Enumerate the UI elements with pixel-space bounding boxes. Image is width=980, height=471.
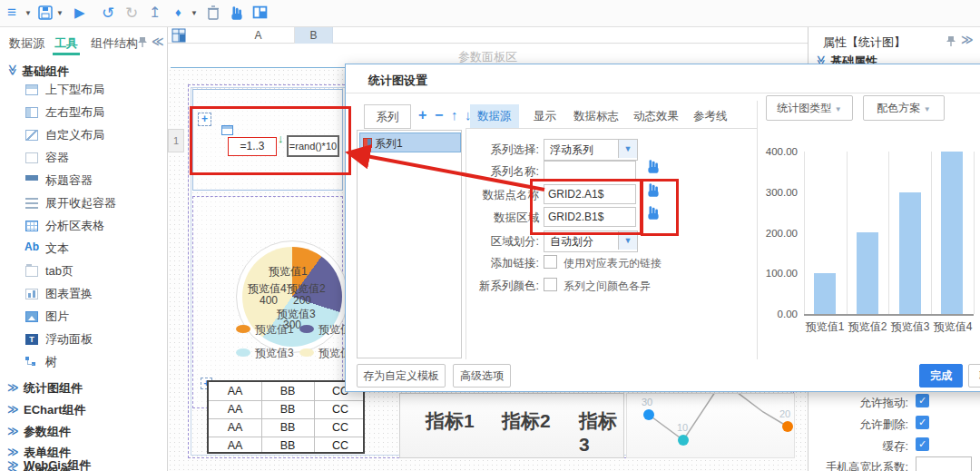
table-cell[interactable]: CC <box>314 437 367 455</box>
menu-icon[interactable]: ≡ <box>7 4 16 22</box>
pin-icon[interactable] <box>946 35 956 47</box>
sidebar-item[interactable]: 分析区表格 <box>45 218 104 234</box>
table-cell[interactable]: BB <box>261 400 314 418</box>
move-series-up-button[interactable]: ↑ <box>451 107 458 123</box>
section-charts[interactable]: 统计图组件 <box>24 380 83 397</box>
sidebar-item[interactable]: 图片 <box>45 309 69 325</box>
section-collapsed-icon[interactable]: ≫ <box>7 403 19 416</box>
cancel-button[interactable]: 取消 <box>968 364 980 388</box>
aspect-ratio-input[interactable] <box>916 456 972 471</box>
dialog-tab-display[interactable]: 显示 <box>526 104 564 128</box>
save-caret-icon[interactable]: ▼ <box>56 9 64 17</box>
line-chart-panel[interactable]: 30 10 20 <box>626 393 795 458</box>
section-echart[interactable]: EChart组件 <box>24 402 86 418</box>
move-handle-icon[interactable]: + <box>198 113 211 126</box>
table-cell[interactable]: AA <box>209 400 261 418</box>
sidebar-item[interactable]: 图表置换 <box>45 286 93 302</box>
hand-picker-icon[interactable] <box>645 159 662 175</box>
add-series-button[interactable]: + <box>418 107 426 123</box>
sidebar-tab-datasource[interactable]: 数据源 <box>9 35 44 52</box>
dialog-tab-dynamic[interactable]: 动态效果 <box>626 104 686 128</box>
sidebar-item[interactable]: 自定义布局 <box>45 127 104 143</box>
advanced-options-button[interactable]: 高级选项 <box>453 364 511 388</box>
sidebar-item[interactable]: tab页 <box>45 263 74 280</box>
datapoint-name-input[interactable] <box>544 184 636 204</box>
section-basic-components[interactable]: 基础组件 <box>22 64 69 80</box>
tab-page-icon <box>25 266 38 277</box>
table-cell[interactable]: CC <box>314 418 367 437</box>
section-expanded-icon[interactable]: ≫ <box>6 64 19 76</box>
dialog-tab-datasource[interactable]: 数据源 <box>470 104 519 128</box>
sidebar-tab-structure[interactable]: 组件结构 <box>91 35 138 52</box>
formula-cell-a1[interactable]: =1..3 <box>228 137 277 156</box>
series-select-dropdown[interactable]: 浮动系列 ▼ <box>544 139 638 161</box>
allow-delete-checkbox[interactable]: ✓ <box>916 416 929 429</box>
indicator-panel[interactable]: 指标1 指标2 指标3 <box>399 393 624 458</box>
grid-corner-icon[interactable] <box>172 28 186 43</box>
column-header-a[interactable]: A <box>222 27 295 44</box>
dialog-tab-refline[interactable]: 参考线 <box>686 104 735 128</box>
done-button[interactable]: 完成 <box>919 364 963 388</box>
dialog-tab-datalabel[interactable]: 数据标志 <box>566 104 626 128</box>
sidebar-item[interactable]: 展开收起容器 <box>45 195 116 211</box>
section-collapsed-icon[interactable]: ≫ <box>7 381 19 394</box>
cache-checkbox[interactable]: ✓ <box>916 437 929 451</box>
hand-picker-icon[interactable] <box>645 182 662 199</box>
add-link-checkbox[interactable] <box>544 255 557 269</box>
series-name-input[interactable] <box>544 161 636 181</box>
collapse-panel-icon[interactable]: ≫ <box>961 33 974 46</box>
section-params[interactable]: 参数组件 <box>24 424 71 440</box>
sidebar-item[interactable]: 浮动面板 <box>45 331 93 348</box>
table-cell[interactable]: AA <box>209 418 261 437</box>
table-cell[interactable]: BB <box>261 437 314 455</box>
undo-icon[interactable]: ↺ <box>102 4 114 23</box>
sidebar-item[interactable]: 标题容器 <box>45 172 93 189</box>
formula-cell-b1-selected[interactable]: =rand()*10 <box>287 135 339 157</box>
section-collapsed-icon[interactable]: ≫ <box>7 446 19 458</box>
green-arrow-icon[interactable]: ↓ <box>278 132 284 145</box>
save-icon[interactable] <box>38 5 53 20</box>
table-cell[interactable]: AA <box>209 437 261 455</box>
color-scheme-button[interactable]: 配色方案 ▼ <box>863 95 945 121</box>
section-collapsed-icon[interactable]: ≫ <box>7 458 19 471</box>
chart-type-button[interactable]: 统计图类型 ▼ <box>766 95 853 121</box>
row-header-1[interactable]: 1 <box>168 129 184 152</box>
format-caret-icon[interactable]: ▼ <box>191 9 198 17</box>
export-icon[interactable]: ↥ <box>149 4 161 21</box>
legend-marker <box>299 325 314 333</box>
container-icon <box>25 152 38 163</box>
sidebar-item[interactable]: 文本 <box>45 240 69 257</box>
sidebar-item[interactable]: 树 <box>45 354 57 370</box>
table-cell[interactable]: AA <box>209 382 261 400</box>
sidebar-tab-tools[interactable]: 工具 <box>54 35 78 52</box>
series-tab[interactable]: 系列 <box>364 104 411 129</box>
table-cell[interactable]: BB <box>261 418 314 437</box>
data-table[interactable]: AA BB CC AA BB CC AA BB CC AA BB CC <box>207 380 365 454</box>
sidebar-item[interactable]: 上下型布局 <box>45 82 104 98</box>
save-template-button[interactable]: 存为自定义模板 <box>357 364 446 388</box>
sidebar-item[interactable]: 左右型布局 <box>45 104 104 121</box>
remove-series-button[interactable]: − <box>435 107 443 123</box>
format-icon[interactable]: ♦ <box>175 5 181 19</box>
hand-icon[interactable] <box>229 5 245 22</box>
run-icon[interactable]: ▶ <box>74 5 85 21</box>
table-cell[interactable]: CC <box>314 400 367 418</box>
redo-icon[interactable]: ↻ <box>125 4 138 23</box>
sidebar-item[interactable]: 容器 <box>45 150 69 166</box>
y-tick: 0.00 <box>758 309 798 319</box>
region-division-dropdown[interactable]: 自动划分 ▼ <box>544 231 638 252</box>
column-header-b[interactable]: B <box>295 27 333 44</box>
menu-caret-icon[interactable]: ▼ <box>24 9 32 17</box>
section-webgis[interactable]: WebGis组件 <box>24 457 91 471</box>
bar-series-1 <box>814 273 836 314</box>
trash-icon[interactable] <box>207 5 220 20</box>
section-collapsed-icon[interactable]: ≫ <box>7 425 19 437</box>
pin-icon[interactable] <box>138 36 147 48</box>
allow-drag-checkbox[interactable]: ✓ <box>916 394 929 407</box>
table-cell[interactable]: BB <box>261 382 314 400</box>
hand-picker-icon[interactable] <box>645 205 662 221</box>
new-series-color-checkbox[interactable] <box>544 278 557 291</box>
data-area-input[interactable] <box>544 207 636 227</box>
collapse-panel-icon[interactable]: ≪ <box>152 34 164 48</box>
panel-icon[interactable] <box>252 5 268 19</box>
